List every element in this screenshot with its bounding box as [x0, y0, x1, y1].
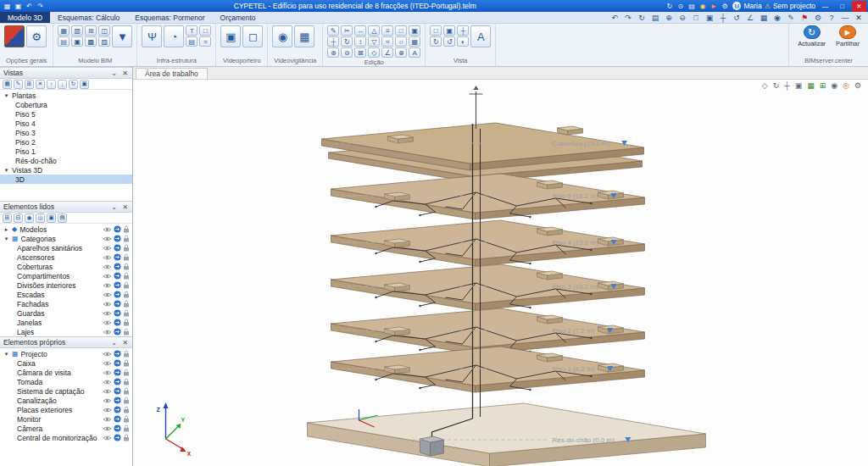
match-icon[interactable]: ≈: [381, 36, 393, 47]
project-status[interactable]: ⚠ Sem projecto: [765, 2, 815, 10]
move-down-icon[interactable]: ↓: [58, 80, 67, 89]
tree-item-janelas[interactable]: Janelas: [0, 318, 132, 327]
collapse-icon[interactable]: ▾: [3, 92, 9, 99]
hide-all-icon[interactable]: ◎: [36, 214, 45, 223]
collapse-icon[interactable]: ▾: [3, 236, 9, 242]
pan-icon[interactable]: ┼: [457, 25, 469, 36]
app-menu-icon[interactable]: ▦: [2, 1, 13, 11]
refresh-views-icon[interactable]: ↻: [69, 80, 78, 89]
view-item-piso-3[interactable]: Piso 3: [0, 128, 132, 137]
visibility-icon[interactable]: [103, 388, 112, 395]
close-icon[interactable]: ✕: [121, 339, 129, 347]
copy-icon[interactable]: ⊕: [327, 47, 339, 58]
sync-state-icon[interactable]: [114, 397, 121, 404]
zoom-window-icon[interactable]: □: [430, 25, 442, 36]
zoom-extents-view-icon[interactable]: ▣: [795, 81, 803, 91]
tree-group-projecto[interactable]: ▾▦Projecto: [0, 349, 132, 358]
menu-tab-modelo-3d[interactable]: Modelo 3D: [0, 12, 50, 23]
tree-item-tomada[interactable]: Tomada: [0, 377, 132, 386]
bim-layers-icon[interactable]: ⊞: [85, 25, 97, 36]
zoom-out-icon[interactable]: ⊖: [677, 13, 687, 23]
tree-item-central-de-monitoriza-o[interactable]: Central de monitorização: [0, 433, 132, 442]
visibility-icon[interactable]: [103, 435, 112, 441]
erase-icon[interactable]: ⊠: [354, 47, 366, 58]
view-item-piso-2[interactable]: Piso 2: [0, 137, 132, 147]
show-all-icon[interactable]: ◉: [25, 214, 34, 223]
lock-icon[interactable]: [123, 397, 130, 404]
tree-item-caixa[interactable]: Caixa: [0, 358, 132, 368]
draw-icon[interactable]: ✎: [327, 25, 339, 36]
lock-icon[interactable]: [123, 225, 130, 233]
capture-icon[interactable]: ◉: [772, 13, 782, 23]
visibility-icon[interactable]: [103, 397, 112, 404]
lock-icon[interactable]: [123, 291, 130, 298]
align-icon[interactable]: △: [368, 25, 380, 36]
delete-icon[interactable]: ⊖: [341, 47, 353, 58]
sync-state-icon[interactable]: [114, 235, 121, 242]
visibility-icon[interactable]: [103, 236, 112, 242]
sync-state-icon[interactable]: [114, 253, 121, 261]
view-settings-icon[interactable]: ⚙: [854, 81, 861, 91]
chevron-down-icon[interactable]: ⌄: [110, 69, 118, 77]
tree-item-monitor[interactable]: Monitor: [0, 414, 132, 424]
bim-links-icon[interactable]: ◫: [98, 25, 110, 36]
window-close-icon[interactable]: ✕: [854, 13, 864, 23]
explode-icon[interactable]: ⊗: [395, 47, 407, 58]
tree-item-compartimentos[interactable]: Compartimentos: [0, 271, 132, 280]
delete-view-icon[interactable]: ✕: [36, 80, 45, 89]
visibility-icon[interactable]: [103, 379, 112, 386]
tree-group-modelos[interactable]: ▸◆Modelos: [0, 225, 132, 234]
visibility-icon[interactable]: [103, 245, 112, 252]
conduit-icon[interactable]: ≈: [199, 36, 211, 47]
collapse-icon[interactable]: ▾: [3, 351, 9, 358]
satellite-dish-icon[interactable]: ◔: [164, 25, 184, 47]
group-icon[interactable]: ≡: [381, 25, 393, 36]
visibility-icon[interactable]: [103, 273, 112, 280]
expand-icon[interactable]: ▸: [3, 226, 9, 233]
tree-item-coberturas[interactable]: Coberturas: [0, 262, 132, 271]
sync-state-icon[interactable]: [114, 387, 121, 395]
lock-all-icon[interactable]: ▣: [47, 214, 56, 223]
collapse-icon[interactable]: ▾: [3, 167, 9, 174]
lock-icon[interactable]: [123, 378, 130, 386]
bim-database-icon[interactable]: ▨: [98, 36, 110, 47]
redo-icon[interactable]: ↷: [623, 13, 633, 23]
general-options-icon[interactable]: ⚙: [26, 25, 47, 47]
edit-view-icon[interactable]: ✎: [14, 80, 23, 89]
lock-icon[interactable]: [123, 434, 130, 441]
zoom-extents-icon[interactable]: ▣: [704, 13, 715, 23]
avatar[interactable]: M: [732, 2, 741, 10]
visibility-icon[interactable]: [103, 407, 112, 413]
sync-state-icon[interactable]: [114, 424, 121, 432]
sync-state-icon[interactable]: [114, 291, 121, 298]
layers-view-icon[interactable]: ▦: [807, 81, 815, 91]
sync-state-icon[interactable]: [114, 244, 121, 252]
rotate-icon[interactable]: ↻: [341, 36, 353, 47]
visibility-icon[interactable]: [103, 254, 112, 261]
shade-icon[interactable]: ◐: [457, 36, 469, 47]
distribute-icon[interactable]: ▽: [368, 36, 380, 47]
lock-icon[interactable]: [123, 300, 130, 308]
catv-antenna-icon[interactable]: Ψ: [142, 25, 162, 47]
rack-icon[interactable]: ▤: [186, 36, 198, 47]
previous-view-icon[interactable]: ↺: [443, 36, 455, 47]
lock-icon[interactable]: [123, 350, 130, 358]
rectangle-icon[interactable]: □: [395, 25, 407, 36]
snap-icon[interactable]: ▣: [409, 25, 420, 36]
visibility-icon[interactable]: [103, 369, 112, 376]
save-icon[interactable]: ▣: [13, 1, 24, 11]
lock-icon[interactable]: [123, 424, 130, 432]
sync-state-icon[interactable]: [114, 350, 121, 358]
move-icon[interactable]: ┼: [327, 36, 339, 47]
orbit-icon[interactable]: ↻: [430, 36, 442, 47]
sync-state-icon[interactable]: [114, 225, 121, 233]
media-icon[interactable]: ►: [708, 1, 719, 11]
visibility-icon[interactable]: [103, 425, 112, 432]
tree-item-canaliza-o[interactable]: Canalização: [0, 396, 132, 405]
circle-icon[interactable]: ○: [395, 36, 407, 47]
view-item-r-s-do-ch-o[interactable]: Rés-do-chão: [0, 156, 132, 165]
search-icon[interactable]: ⊙: [675, 1, 686, 11]
3d-viewport[interactable]: Cobertura (19.2 m)Piso 5 (16.2 m)Piso 4 …: [133, 80, 868, 466]
capture-icon[interactable]: ◉: [697, 1, 708, 11]
sync-state-icon[interactable]: [114, 319, 121, 326]
